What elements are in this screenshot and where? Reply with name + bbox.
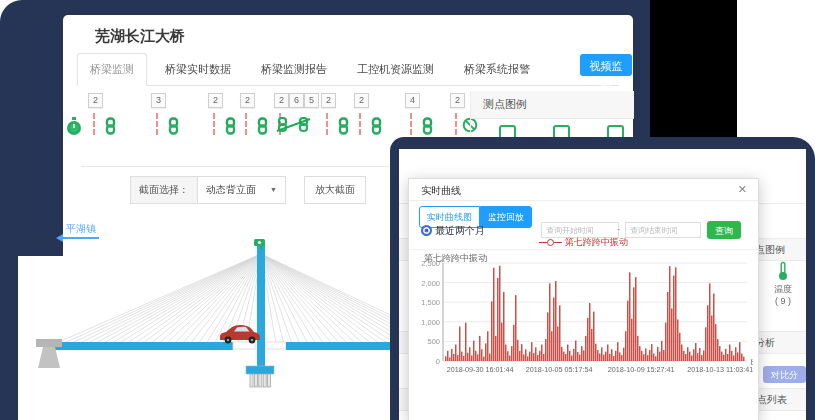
sensor-group: 2 [321, 93, 336, 108]
dashed-marker [245, 113, 247, 135]
sensor-count-badge: 6 [289, 93, 304, 108]
divider [409, 249, 758, 250]
legend-line [554, 242, 562, 243]
recent-two-months-radio[interactable] [421, 225, 432, 236]
legend-panel-title: 测点图例 [471, 91, 634, 119]
temperature-count: ( 9 ) [765, 296, 801, 306]
sensor-count-badge: 2 [88, 93, 103, 108]
legend-label: 第七跨跨中振动 [565, 237, 628, 247]
svg-text:2018-09-30 16:01:44: 2018-09-30 16:01:44 [447, 365, 514, 374]
chain-sensor-icon[interactable] [256, 117, 269, 139]
page-title: 芜湖长江大桥 [95, 27, 185, 46]
sensor-count-badge: 2 [274, 93, 289, 108]
svg-text:时间: 时间 [751, 358, 753, 367]
chain-sensor-icon[interactable] [370, 117, 383, 139]
sensor-count-badge: 2 [208, 93, 223, 108]
sensor-group: 2 [208, 93, 223, 108]
realtime-curve-modal: 实时曲线 ✕ 实时曲线图 监控回放 最近两个月 - 查询 第七跨跨中振动 第七跨… [408, 178, 759, 420]
legend-line [539, 242, 547, 243]
sensor-group: 3 [151, 93, 166, 108]
svg-text:500: 500 [427, 337, 440, 346]
sensor-group: 265 [274, 93, 319, 108]
svg-text:2018-10-13 11:03:41: 2018-10-13 11:03:41 [687, 365, 753, 374]
sensor-count-badge: 2 [450, 93, 465, 108]
section-select-label: 截面选择： [130, 176, 198, 204]
tab-桥梁系统报警[interactable]: 桥梁系统报警 [452, 54, 542, 85]
dashed-marker [93, 113, 95, 135]
tab-桥梁监测[interactable]: 桥梁监测 [77, 53, 147, 86]
caret-down-icon: ▼ [270, 177, 277, 203]
chart-legend[interactable]: 第七跨跨中振动 [409, 236, 758, 249]
chain-sensor-icon[interactable] [337, 117, 350, 139]
modal-header: 实时曲线 ✕ [409, 179, 758, 201]
bridge-diagram [18, 238, 390, 420]
white-backdrop [737, 0, 815, 138]
sensor-count-badge: 2 [321, 93, 336, 108]
bridge-side-label: 平湖镇 [66, 222, 96, 236]
section-select-dropdown[interactable]: 动态背立面 ▼ [198, 176, 286, 204]
temperature-label: 温度 [765, 283, 801, 296]
sensor-group: 4 [405, 93, 420, 108]
chain-sensor-icon[interactable] [167, 117, 180, 139]
svg-text:2018-10-05 05:17:54: 2018-10-05 05:17:54 [526, 365, 593, 374]
svg-text:2,000: 2,000 [421, 279, 440, 288]
dashed-marker [326, 113, 328, 135]
dashed-marker [156, 113, 158, 135]
svg-text:2018-10-09 15:27:41: 2018-10-09 15:27:41 [608, 365, 675, 374]
dashed-marker [410, 113, 412, 135]
sensor-count-badge: 2 [354, 93, 369, 108]
main-tab-bar: 桥梁监测桥梁实时数据桥梁监测报告工控机资源监测桥梁系统报警 [77, 53, 619, 86]
dashed-marker [455, 113, 457, 135]
sensor-group: 2 [240, 93, 255, 108]
sensor-count-badge: 5 [304, 93, 319, 108]
video-monitor-button[interactable]: 视频监控 [580, 54, 632, 76]
sensor-count-badge: 2 [240, 93, 255, 108]
compare-analysis-button[interactable]: 对比分析 [763, 366, 806, 383]
chain-sensor-icon[interactable] [224, 117, 237, 139]
inclinometer-sensor-icon[interactable] [276, 115, 312, 139]
chain-sensor-icon[interactable] [421, 117, 434, 139]
svg-text:1,000: 1,000 [421, 318, 440, 327]
sensor-count-badge: 4 [405, 93, 420, 108]
section-select-value: 动态背立面 [206, 177, 256, 203]
thermometer-icon [777, 261, 789, 281]
legend-marker-icon [547, 239, 554, 246]
tab-桥梁实时数据[interactable]: 桥梁实时数据 [153, 54, 243, 85]
dashed-marker [359, 113, 361, 135]
sensor-group: 2 [450, 93, 465, 108]
svg-text:1,500: 1,500 [421, 298, 440, 307]
black-backdrop [650, 0, 737, 138]
chain-sensor-icon[interactable] [104, 117, 117, 139]
dashed-marker [213, 113, 215, 135]
sensor-count-badge: 3 [151, 93, 166, 108]
svg-text:0: 0 [436, 357, 440, 366]
range-separator: - [617, 224, 620, 234]
svg-text:2,500: 2,500 [421, 259, 440, 268]
enlarge-section-button[interactable]: 放大截面 [304, 176, 366, 204]
stopwatch-icon[interactable] [66, 117, 82, 140]
tab-工控机资源监测[interactable]: 工控机资源监测 [345, 54, 446, 85]
sensor-group: 2 [88, 93, 103, 108]
tab-桥梁监测报告[interactable]: 桥梁监测报告 [249, 54, 339, 85]
close-icon[interactable]: ✕ [738, 183, 747, 196]
sensor-group: 2 [354, 93, 369, 108]
temperature-legend-item: 温度 ( 9 ) [765, 261, 801, 306]
modal-title: 实时曲线 [421, 184, 461, 198]
vibration-chart: 05001,0001,5002,0002,5002018-09-30 16:01… [417, 259, 753, 385]
